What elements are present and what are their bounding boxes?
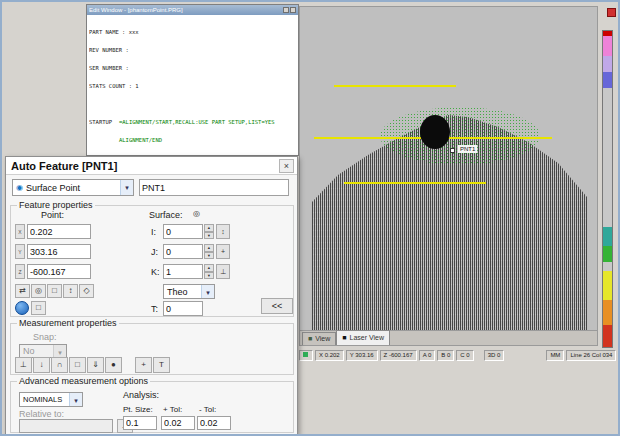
pt-size-label: Pt. Size: xyxy=(123,405,153,414)
code-editor[interactable]: PART NAME : xxx REV NUMBER : SER NUMBER … xyxy=(87,15,298,154)
machine-status-icon xyxy=(303,352,308,357)
feature-type-value: Surface Point xyxy=(26,183,80,193)
status-b: B 0 xyxy=(437,350,454,361)
status-y: Y 303.16 xyxy=(346,350,378,361)
surface-label: Surface: xyxy=(149,210,183,220)
arrow-down-icon[interactable]: ↓ xyxy=(33,357,50,373)
sphere-target xyxy=(420,115,450,149)
edit-window-title: Edit Window - [phantomPoint.PRG] xyxy=(89,5,183,15)
pt-size-input[interactable] xyxy=(123,416,157,430)
edit-window-titlebar[interactable]: Edit Window - [phantomPoint.PRG] xyxy=(87,5,298,15)
close-icon[interactable] xyxy=(290,7,296,13)
vector-k-spinner[interactable]: ▴▾ xyxy=(204,264,214,279)
vector-j-input[interactable] xyxy=(163,244,203,259)
dot-icon[interactable]: ● xyxy=(105,357,122,373)
feature-type-select[interactable]: ◉ Surface Point ▾ xyxy=(12,179,134,196)
status-cursor-position: Line 26 Col 034 xyxy=(566,350,616,361)
plus-icon[interactable]: + xyxy=(135,357,152,373)
axis-y-button[interactable]: Y xyxy=(15,244,25,259)
snap-select: No ▾ xyxy=(19,344,67,358)
box-toggle-button[interactable]: □ xyxy=(31,301,46,315)
vector-i-input[interactable] xyxy=(163,224,203,239)
minus-tol-input[interactable] xyxy=(197,416,231,430)
dialog-title: Auto Feature [PNT1] xyxy=(11,160,117,172)
status-units: MM xyxy=(546,350,564,361)
feature-properties-group: Feature properties Point: Surface: ◎ X Y… xyxy=(10,205,294,317)
theo-select[interactable]: Theo ▾ xyxy=(163,284,215,299)
scan-line xyxy=(344,182,486,184)
vector-j-spinner[interactable]: ▴▾ xyxy=(204,244,214,259)
measurement-properties-group: Measurement properties Snap: No ▾ ⊥ ↓ ∩ … xyxy=(10,323,294,375)
plus-tol-label: + Tol: xyxy=(163,405,182,414)
point-y-input[interactable] xyxy=(27,244,91,259)
window-buttons[interactable] xyxy=(283,7,296,13)
scan-line xyxy=(334,85,456,87)
vector-i-spinner[interactable]: ▴▾ xyxy=(204,224,214,239)
spinner-up-icon: ▴ xyxy=(204,224,214,232)
laser-view[interactable]: PNT1 ■ View ■ Laser View xyxy=(299,6,598,346)
code-line: PART NAME : xxx xyxy=(89,29,298,35)
t-input[interactable] xyxy=(163,301,203,316)
point-z-input[interactable] xyxy=(27,264,91,279)
t-icon[interactable]: T xyxy=(153,357,170,373)
axis-z-button[interactable]: Z xyxy=(15,264,25,279)
code-line xyxy=(89,101,298,107)
status-a: A 0 xyxy=(419,350,436,361)
surface-point-icon: ◉ xyxy=(16,183,23,192)
relative-to-input xyxy=(19,419,113,433)
vector-k-label: K: xyxy=(151,267,160,277)
scan-deviation-speckles xyxy=(380,107,540,165)
point-x-input[interactable] xyxy=(27,224,91,239)
spinner-down-icon: ▾ xyxy=(204,272,214,280)
vector-k-aux-button[interactable]: ⊥ xyxy=(216,264,230,279)
code-line: ALIGNMENT/END xyxy=(89,137,298,143)
measurement-properties-label: Measurement properties xyxy=(17,318,119,328)
vector-j-aux-button[interactable]: + xyxy=(216,244,230,259)
arc-icon[interactable]: ∩ xyxy=(51,357,68,373)
spinner-down-icon: ▾ xyxy=(204,232,214,240)
feature-id-input[interactable] xyxy=(139,179,289,196)
minimize-icon[interactable] xyxy=(283,7,289,13)
target-icon[interactable]: ◎ xyxy=(31,284,46,298)
square-icon[interactable]: □ xyxy=(69,357,86,373)
point-label: Point: xyxy=(41,210,64,220)
code-line: STATS COUNT : 1 xyxy=(89,83,298,89)
status-bar: X 0.202 Y 303.16 Z -600.167 A 0 B 0 C 0 … xyxy=(299,349,618,362)
code-line: SER NUMBER : xyxy=(89,65,298,71)
updown-icon[interactable]: ↕ xyxy=(63,284,78,298)
chevron-down-icon: ▾ xyxy=(69,393,82,406)
vector-k-input[interactable] xyxy=(163,264,203,279)
vector-i-label: I: xyxy=(151,227,156,237)
advanced-options-label: Advanced measurement options xyxy=(17,376,150,386)
read-point-button[interactable] xyxy=(15,301,29,315)
diamond-icon[interactable]: ◇ xyxy=(79,284,94,298)
tab-view[interactable]: ■ View xyxy=(302,332,336,345)
record-indicator-icon xyxy=(607,8,616,17)
nominals-value: NOMINALS xyxy=(23,395,62,404)
advanced-options-group: Advanced measurement options NOMINALS ▾ … xyxy=(10,381,294,433)
feature-properties-label: Feature properties xyxy=(17,200,95,210)
chevron-down-icon: ▾ xyxy=(53,345,66,357)
chevron-down-icon: ▾ xyxy=(201,285,214,298)
edit-window: Edit Window - [phantomPoint.PRG] PART NA… xyxy=(86,4,299,156)
plus-tol-input[interactable] xyxy=(161,416,195,430)
laser-view-tab-icon: ■ xyxy=(342,333,346,343)
auto-feature-dialog: Auto Feature [PNT1] × ◉ Surface Point ▾ … xyxy=(5,156,298,435)
view-tab-icon: ■ xyxy=(308,334,312,344)
snap-value: No xyxy=(23,346,35,356)
analysis-label: Analysis: xyxy=(123,390,159,400)
perpendicular-icon[interactable]: ⊥ xyxy=(15,357,32,373)
collapse-dialog-button[interactable]: << xyxy=(261,298,293,314)
swap-axes-icon[interactable]: ⇄ xyxy=(15,284,30,298)
spinner-up-icon: ▴ xyxy=(204,244,214,252)
vector-i-aux-button[interactable]: ↕ xyxy=(216,224,230,239)
double-arrow-down-icon[interactable]: ⇓ xyxy=(87,357,104,373)
code-line: STARTUP=ALIGNMENT/START,RECALL:USE_PART_… xyxy=(89,119,298,125)
status-c: C 0 xyxy=(456,350,473,361)
box-icon[interactable]: □ xyxy=(47,284,62,298)
axis-x-button[interactable]: X xyxy=(15,224,25,239)
tab-laser-view[interactable]: ■ Laser View xyxy=(336,330,390,345)
close-icon[interactable]: × xyxy=(279,159,294,173)
nominals-select[interactable]: NOMINALS ▾ xyxy=(19,392,83,407)
dialog-titlebar[interactable]: Auto Feature [PNT1] xyxy=(6,157,297,175)
